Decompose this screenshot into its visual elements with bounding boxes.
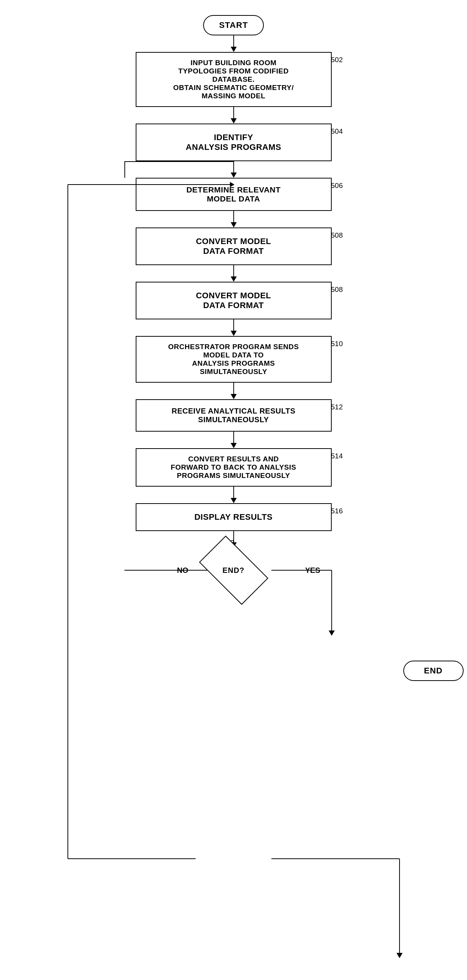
step-514-row: CONVERT RESULTS AND FORWARD TO BACK TO A… — [102, 448, 366, 487]
step-512-row: RECEIVE ANALYTICAL RESULTS SIMULTANEOUSL… — [102, 399, 366, 432]
arrow-4 — [231, 211, 237, 228]
step-512-label: 512 — [331, 403, 343, 411]
step-506-box: DETERMINE RELEVANT MODEL DATA — [136, 178, 332, 211]
center-arrow-3 — [231, 161, 237, 178]
loop-left-line — [124, 161, 125, 178]
diagram-container: START INPUT BUILDING ROOM TYPOLOGIES FRO… — [0, 0, 467, 980]
step-504-row: IDENTIFY ANALYSIS PROGRAMS 504 — [102, 124, 366, 161]
arrow-6 — [231, 320, 237, 336]
end-spacer — [102, 593, 366, 660]
step-516-box: DISPLAY RESULTS — [136, 503, 332, 531]
step-508a-row: CONVERT MODEL DATA FORMAT 508 — [102, 228, 366, 265]
step-508b-box: CONVERT MODEL DATA FORMAT — [136, 282, 332, 320]
step-514-box: CONVERT RESULTS AND FORWARD TO BACK TO A… — [136, 448, 332, 487]
arrow-5 — [231, 265, 237, 282]
arrow-8 — [231, 432, 237, 448]
step-504-box: IDENTIFY ANALYSIS PROGRAMS — [136, 124, 332, 161]
diamond-text: END? — [222, 566, 244, 575]
step-512-box: RECEIVE ANALYTICAL RESULTS SIMULTANEOUSL… — [136, 399, 332, 432]
step-510-row: ORCHESTRATOR PROGRAM SENDS MODEL DATA TO… — [102, 336, 366, 383]
end-node: END — [403, 660, 464, 681]
end-node-wrapper: END — [403, 660, 464, 681]
step-514-label: 514 — [331, 452, 343, 460]
loop-horiz-top — [124, 161, 234, 162]
step-516-row: DISPLAY RESULTS 516 — [102, 503, 366, 531]
arrow-7 — [231, 383, 237, 399]
step-510-box: ORCHESTRATOR PROGRAM SENDS MODEL DATA TO… — [136, 336, 332, 383]
step-504-label: 504 — [331, 127, 343, 135]
diamond-section: 412 END? NO YES — [102, 547, 366, 593]
step-506-row: DETERMINE RELEVANT MODEL DATA 506 — [102, 178, 366, 211]
arrow-2 — [231, 107, 237, 124]
step-502-box: INPUT BUILDING ROOM TYPOLOGIES FROM CODI… — [136, 52, 332, 107]
step-508b-row: CONVERT MODEL DATA FORMAT 508 — [102, 282, 366, 320]
loop-arrow-entry — [102, 161, 366, 178]
loop-up-svg — [102, 593, 366, 660]
arrow-1 — [231, 35, 237, 52]
arrow-9 — [231, 487, 237, 503]
step-502-row: INPUT BUILDING ROOM TYPOLOGIES FROM CODI… — [102, 52, 366, 107]
flowchart: START INPUT BUILDING ROOM TYPOLOGIES FRO… — [102, 15, 366, 696]
step-508a-box: CONVERT MODEL DATA FORMAT — [136, 228, 332, 265]
step-506-label: 506 — [331, 181, 343, 190]
step-510-label: 510 — [331, 340, 343, 348]
start-node: START — [203, 15, 264, 35]
step-502-label: 502 — [331, 56, 343, 64]
step-508a-label: 508 — [331, 231, 343, 240]
svg-marker-10 — [397, 953, 403, 958]
step-508b-label: 508 — [331, 285, 343, 294]
step-516-label: 516 — [331, 507, 343, 515]
